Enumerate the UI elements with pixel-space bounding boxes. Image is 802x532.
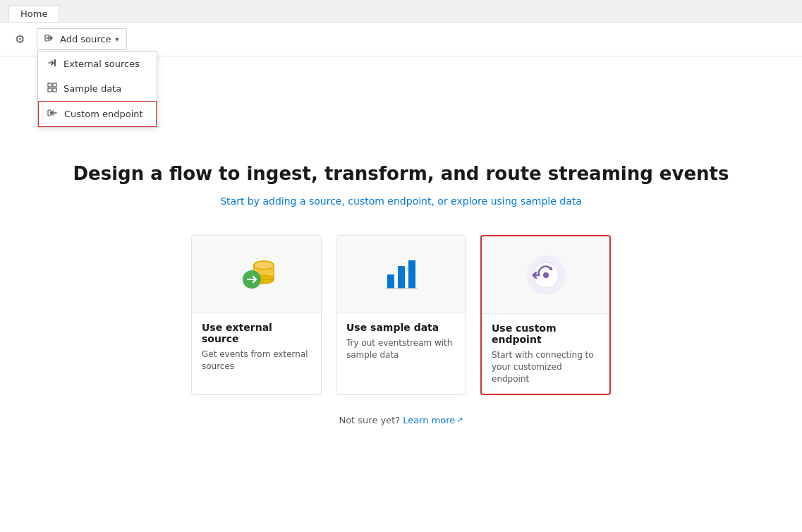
- custom-endpoint-illustration: [525, 254, 567, 296]
- svg-rect-13: [398, 266, 405, 289]
- dropdown-item-custom-endpoint[interactable]: Custom endpoint: [38, 101, 157, 127]
- svg-point-10: [254, 261, 274, 270]
- sample-data-illustration: [380, 253, 423, 296]
- main-content: Design a flow to ingest, transform, and …: [0, 56, 802, 532]
- tab-bar: Home: [0, 0, 802, 23]
- card-desc-sample: Try out eventstream with sample data: [346, 337, 456, 361]
- custom-endpoint-label: Custom endpoint: [64, 109, 143, 119]
- add-source-icon: [44, 32, 56, 46]
- cards-container: Use external source Get events from exte…: [191, 235, 611, 394]
- card-text-custom: Use custom endpoint Start with connectin…: [482, 314, 609, 393]
- sample-data-label: Sample data: [63, 83, 121, 94]
- gear-button[interactable]: ⚙: [8, 28, 31, 51]
- custom-endpoint-icon: [47, 107, 59, 121]
- home-tab[interactable]: Home: [8, 5, 59, 22]
- sample-data-icon: [47, 82, 58, 95]
- learn-more-link[interactable]: Learn more ↗: [403, 415, 463, 425]
- external-link-icon: ↗: [456, 416, 463, 425]
- card-text-external: Use external source Get events from exte…: [192, 313, 321, 381]
- svg-point-18: [543, 272, 549, 278]
- card-icon-area-custom: [482, 236, 609, 314]
- add-source-button[interactable]: Add source ▾ External sources: [37, 28, 127, 50]
- card-icon-area-sample: [336, 236, 466, 313]
- card-desc-external: Get events from external sources: [202, 349, 311, 373]
- svg-rect-1: [48, 83, 51, 87]
- add-source-label: Add source: [60, 34, 111, 44]
- card-external-source[interactable]: Use external source Get events from exte…: [191, 235, 322, 394]
- dropdown-item-external-sources[interactable]: External sources: [38, 52, 157, 76]
- card-text-sample: Use sample data Try out eventstream with…: [336, 313, 466, 370]
- chevron-down-icon: ▾: [115, 35, 119, 43]
- svg-rect-3: [48, 88, 51, 92]
- card-custom-endpoint[interactable]: Use custom endpoint Start with connectin…: [480, 235, 611, 394]
- svg-rect-14: [408, 260, 415, 289]
- card-title-sample: Use sample data: [346, 322, 456, 333]
- add-source-dropdown: External sources Sample data: [37, 51, 157, 128]
- card-icon-area-external: [192, 236, 321, 313]
- card-sample-data[interactable]: Use sample data Try out eventstream with…: [336, 235, 466, 394]
- svg-rect-5: [48, 110, 51, 116]
- svg-rect-12: [387, 274, 394, 289]
- svg-rect-4: [53, 88, 56, 92]
- not-sure-text: Not sure yet?: [339, 415, 400, 425]
- card-desc-custom: Start with connecting to your customized…: [492, 349, 600, 385]
- toolbar: ⚙ Add source ▾ External sources: [0, 23, 802, 56]
- svg-rect-2: [53, 83, 56, 87]
- not-sure-row: Not sure yet? Learn more ↗: [339, 415, 463, 425]
- external-sources-icon: [47, 57, 58, 71]
- dropdown-item-sample-data[interactable]: Sample data: [38, 76, 157, 101]
- learn-more-label: Learn more: [403, 415, 455, 425]
- external-sources-label: External sources: [63, 59, 140, 69]
- page-subtitle: Start by adding a source, custom endpoin…: [220, 195, 582, 207]
- page-title: Design a flow to ingest, transform, and …: [73, 163, 729, 184]
- card-title-external: Use external source: [202, 322, 311, 344]
- external-source-illustration: [232, 250, 281, 299]
- card-title-custom: Use custom endpoint: [492, 322, 600, 345]
